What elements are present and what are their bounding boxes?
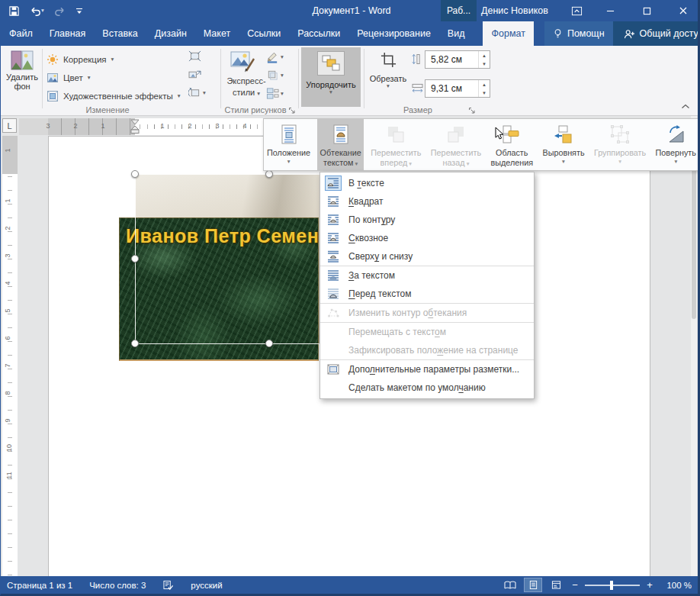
shape-height-field[interactable]: 5,82 см ▲▼ [425, 50, 490, 69]
ribbon-display-options-button[interactable] [562, 0, 591, 21]
tab-label: Макет [204, 28, 230, 39]
account-user-name[interactable]: Денис Новиков [481, 0, 548, 21]
redo-button[interactable] [54, 5, 66, 17]
mode-button[interactable]: Раб... [441, 0, 477, 21]
spin-down-icon[interactable]: ▼ [479, 89, 490, 97]
page-indicator[interactable]: Страница 1 из 1 [7, 581, 72, 590]
tab-view[interactable]: Вид [439, 21, 474, 46]
spin-down-icon[interactable]: ▼ [479, 60, 490, 68]
group-divider [42, 49, 43, 108]
menu-item-in-line[interactable]: В тексте [320, 174, 534, 192]
zoom-in-button[interactable]: + [644, 579, 655, 591]
arrange-item-position[interactable]: Положение▾ [265, 119, 313, 170]
selection-handle-bottom-left[interactable] [131, 340, 139, 347]
artistic-effects-button[interactable]: Художественные эффекты▾ [47, 89, 180, 104]
customize-qat-button[interactable] [75, 7, 83, 15]
tab-selector[interactable]: L [2, 118, 17, 133]
collapse-ribbon-button[interactable] [678, 101, 693, 111]
reset-picture-button[interactable]: ▾ [188, 87, 206, 98]
save-button[interactable] [8, 5, 20, 17]
h-ruler-number: 2 [188, 122, 191, 130]
quick-styles-button[interactable] [230, 50, 255, 72]
menu-item-through[interactable]: Сквозное [320, 229, 534, 247]
word-count[interactable]: Число слов: 3 [89, 581, 146, 590]
menu-item-top-and-bottom[interactable]: Сверху и снизу [320, 247, 534, 266]
arrange-item-align[interactable]: Выровнять▾ [540, 119, 586, 170]
arrange-item-rotate[interactable]: Повернуть▾ [653, 119, 698, 170]
compress-pictures-button[interactable] [188, 50, 201, 62]
chevron-down-icon: ▾ [88, 75, 91, 81]
tab-references[interactable]: Ссылки [239, 21, 289, 46]
zoom-slider[interactable] [585, 585, 640, 586]
spin-up-icon[interactable]: ▲ [479, 51, 490, 60]
arrange-item-label: Область [496, 148, 528, 158]
selection-handle-top-middle[interactable] [265, 170, 273, 178]
change-picture-button[interactable] [188, 69, 201, 80]
close-button[interactable] [669, 0, 698, 21]
tab-home[interactable]: Главная [41, 21, 95, 46]
menu-item-label: Перемещать с текстом [348, 327, 446, 337]
menu-item-behind-text[interactable]: За текстом [320, 266, 534, 285]
tab-design[interactable]: Дизайн [146, 21, 195, 46]
wrap-through-icon [325, 230, 342, 246]
tab-layout[interactable]: Макет [195, 21, 239, 46]
selection-handle-bottom-middle[interactable] [265, 340, 273, 347]
tab-format[interactable]: Формат [483, 21, 533, 46]
tab-mailings[interactable]: Рассылки [289, 21, 348, 46]
tab-file[interactable]: Файл [1, 21, 41, 46]
arrange-button[interactable]: Упорядочить ▾ [301, 47, 361, 107]
width-spinner[interactable]: ▲▼ [478, 80, 490, 97]
shape-width-field[interactable]: 9,31 см ▲▼ [425, 79, 490, 98]
tab-insert[interactable]: Вставка [94, 21, 146, 46]
picture-border-button[interactable]: ▾ [266, 50, 284, 63]
maximize-button[interactable] [632, 0, 661, 21]
menu-item-set-as-default-layout[interactable]: Сделать макетом по умолчанию [320, 379, 534, 397]
picture-effects-button[interactable]: ▾ [266, 69, 284, 82]
tab-strip: ФайлГлавнаяВставкаДизайнМакетСсылкиРассы… [1, 21, 698, 46]
tab-review[interactable]: Рецензирование [348, 21, 439, 46]
shape-width-value: 9,31 см [431, 83, 462, 94]
zoom-slider-thumb[interactable] [610, 581, 613, 590]
arrange-item-wrap-text[interactable]: Обтеканиетекстом ▾ [317, 119, 363, 170]
size-dialog-launcher[interactable] [467, 106, 477, 115]
arrange-item-label: назад ▾ [442, 158, 469, 168]
spin-up-icon[interactable]: ▲ [479, 80, 490, 89]
qat-more-icon [75, 7, 83, 15]
web-layout-icon [551, 580, 561, 590]
menu-item-tight[interactable]: По контуру [320, 211, 534, 229]
print-layout-button[interactable] [524, 578, 542, 592]
vertical-scrollbar[interactable] [691, 116, 697, 576]
green-marble-image[interactable]: Иванов Петр Семен [119, 217, 319, 361]
crop-button[interactable]: Обрезать ▾ [367, 47, 409, 107]
zoom-level[interactable]: 100 % [660, 581, 692, 590]
undo-dropdown-arrow[interactable]: ▾ [41, 8, 44, 14]
language-indicator[interactable]: русский [191, 581, 222, 590]
zoom-out-button[interactable]: − [570, 579, 580, 591]
tab-share[interactable]: Общий доступ [613, 21, 700, 46]
minimize-button[interactable] [596, 0, 625, 21]
menu-item-in-front-of-text[interactable]: Перед текстом [320, 285, 534, 303]
v-ruler-number: 6 [4, 336, 11, 340]
proofing-status-button[interactable] [162, 580, 174, 590]
web-layout-button[interactable] [547, 578, 565, 592]
height-spinner[interactable]: ▲▼ [478, 51, 490, 68]
tab-helper[interactable]: Помощн [544, 21, 613, 46]
picture-layout-button[interactable]: ▾ [266, 87, 284, 100]
remove-background-button[interactable]: Удалить фон [4, 49, 40, 107]
picture-styles-dialog-launcher[interactable] [287, 106, 297, 115]
color-button[interactable]: Цвет▾ [47, 70, 91, 85]
selection-pane-icon [501, 121, 522, 148]
v-ruler-number: 2 [4, 226, 11, 230]
wrap-square-icon [325, 194, 342, 209]
corrections-button[interactable]: Коррекция▾ [47, 52, 114, 67]
menu-item-square[interactable]: Квадрат [320, 192, 534, 211]
selection-handle-middle-left[interactable] [131, 255, 139, 263]
menu-item-more-layout-options[interactable]: Дополнительные параметры разметки... [320, 360, 534, 379]
indent-markers[interactable] [130, 119, 140, 134]
undo-button[interactable]: ▾ [30, 5, 44, 17]
read-mode-button[interactable] [501, 578, 519, 592]
v-ruler-number: 9 [4, 418, 11, 422]
selection-handle-top-left[interactable] [131, 170, 139, 178]
title-bar: ▾ Документ1 - Word Раб... Денис Новиков [1, 0, 698, 21]
arrange-item-label: Переместить [431, 148, 481, 158]
